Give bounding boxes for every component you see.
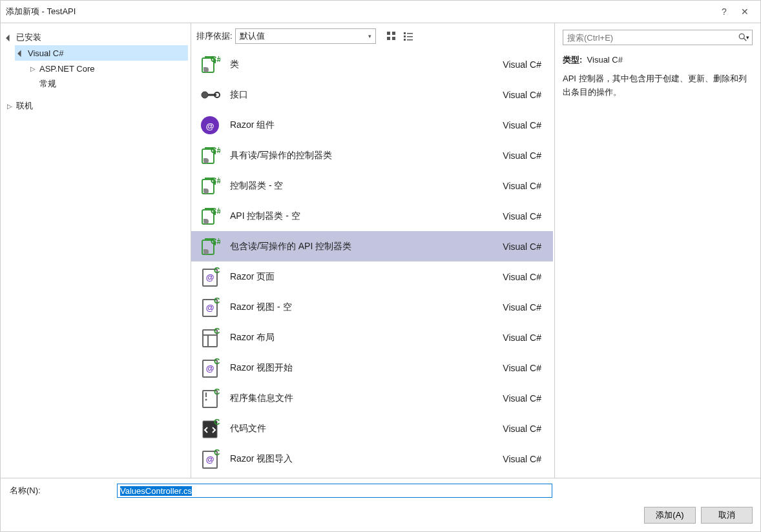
caret-icon <box>30 65 39 72</box>
template-item[interactable]: 控制器类 - 空Visual C# <box>191 170 553 201</box>
template-item[interactable]: Razor 页面Visual C# <box>191 261 553 292</box>
grid-view-button[interactable] <box>384 29 399 43</box>
template-label: Razor 视图开始 <box>230 362 503 374</box>
template-lang: Visual C# <box>503 454 547 464</box>
template-panel: 排序依据: 默认值 ▾ 类Visual C#接口Visual C#Razor 组… <box>191 23 555 478</box>
interface-icon <box>198 83 222 107</box>
template-label: 具有读/写操作的控制器类 <box>230 150 503 161</box>
razor-page-icon <box>198 265 222 289</box>
razor-page-icon <box>198 356 222 380</box>
search-box: ▾ <box>563 30 753 45</box>
tree-online[interactable]: 联机 <box>3 98 188 114</box>
search-input[interactable] <box>563 30 735 45</box>
caret-icon <box>7 103 16 110</box>
template-label: Razor 视图 - 空 <box>230 302 503 313</box>
assembly-info-icon <box>198 386 222 411</box>
help-button[interactable]: ? <box>714 6 735 17</box>
template-item[interactable]: Razor 布局Visual C# <box>191 322 553 353</box>
name-input[interactable] <box>117 484 552 498</box>
tree-installed[interactable]: 已安装 <box>3 30 188 45</box>
name-label: 名称(N): <box>7 485 110 496</box>
controller-icon <box>198 234 222 259</box>
detail-type-value: Visual C# <box>587 55 623 65</box>
template-label: Razor 页面 <box>230 271 503 283</box>
template-item[interactable]: 具有读/写操作的控制器类Visual C# <box>191 140 553 170</box>
razor-page-icon <box>198 295 222 320</box>
template-item[interactable]: Razor 视图 - 空Visual C# <box>191 292 553 322</box>
tree-label: 联机 <box>16 100 33 112</box>
template-label: Razor 布局 <box>230 332 503 343</box>
detail-type-label: 类型: <box>563 55 582 65</box>
template-item[interactable]: Razor 组件Visual C# <box>191 110 553 140</box>
template-label: API 控制器类 - 空 <box>230 210 503 222</box>
template-label: Razor 视图导入 <box>230 453 503 465</box>
template-lang: Visual C# <box>503 302 547 312</box>
template-lang: Visual C# <box>503 150 547 161</box>
tree-aspnet-core[interactable]: ASP.NET Core <box>26 61 188 76</box>
name-row: 名称(N): <box>7 484 754 498</box>
template-lang: Visual C# <box>503 393 547 404</box>
sort-value: 默认值 <box>240 30 265 42</box>
template-list[interactable]: 类Visual C#接口Visual C#Razor 组件Visual C#具有… <box>191 49 554 478</box>
template-item[interactable]: 接口Visual C# <box>191 79 553 110</box>
list-view-button[interactable] <box>401 29 416 43</box>
template-lang: Visual C# <box>503 181 547 191</box>
window-title: 添加新项 - TestAPI <box>6 6 714 17</box>
footer: 名称(N): 添加(A) 取消 <box>1 478 760 531</box>
template-lang: Visual C# <box>503 363 547 373</box>
tree-label: 常规 <box>39 78 56 90</box>
razor-page-icon <box>198 447 222 471</box>
template-item[interactable]: API 控制器类 - 空Visual C# <box>191 201 553 231</box>
template-item[interactable]: Razor 视图导入Visual C# <box>191 444 553 474</box>
template-label: 代码文件 <box>230 423 503 435</box>
code-file-icon <box>198 416 222 441</box>
sort-dropdown[interactable]: 默认值 ▾ <box>235 28 376 44</box>
add-button[interactable]: 添加(A) <box>644 507 696 524</box>
tree-label: Visual C# <box>28 48 63 58</box>
close-button[interactable]: ✕ <box>735 6 755 17</box>
template-lang: Visual C# <box>503 272 547 282</box>
chevron-down-icon: ▾ <box>368 33 371 39</box>
template-item[interactable]: 包含读/写操作的 API 控制器类Visual C# <box>191 231 553 261</box>
tree-visual-csharp[interactable]: Visual C# <box>15 45 188 61</box>
category-tree: 已安装 Visual C# ASP.NET Core 常规 联机 <box>1 23 191 478</box>
tree-label: 已安装 <box>16 32 41 43</box>
template-label: 程序集信息文件 <box>230 393 503 404</box>
template-item[interactable]: 程序集信息文件Visual C# <box>191 383 553 413</box>
template-item[interactable]: 代码文件Visual C# <box>191 413 553 444</box>
sort-label: 排序依据: <box>196 30 233 42</box>
template-label: 接口 <box>230 89 503 101</box>
sort-header: 排序依据: 默认值 ▾ <box>191 23 554 49</box>
template-lang: Visual C# <box>503 59 547 70</box>
template-lang: Visual C# <box>503 90 547 100</box>
caret-icon <box>19 50 28 57</box>
template-lang: Visual C# <box>503 424 547 434</box>
template-label: 包含读/写操作的 API 控制器类 <box>230 241 503 252</box>
template-label: 类 <box>230 59 503 70</box>
template-label: Razor 组件 <box>230 119 503 131</box>
search-button[interactable]: ▾ <box>735 30 752 45</box>
detail-description: API 控制器，其中包含用于创建、更新、删除和列出条目的操作。 <box>563 72 753 99</box>
template-lang: Visual C# <box>503 211 547 221</box>
cancel-button[interactable]: 取消 <box>701 507 753 524</box>
titlebar: 添加新项 - TestAPI ? ✕ <box>1 1 760 23</box>
template-label: 控制器类 - 空 <box>230 180 503 192</box>
detail-panel: ▾ 类型: Visual C# API 控制器，其中包含用于创建、更新、删除和列… <box>555 23 760 478</box>
template-lang: Visual C# <box>503 120 547 130</box>
template-lang: Visual C# <box>503 241 547 252</box>
tree-label: ASP.NET Core <box>39 64 95 74</box>
controller-icon <box>198 204 222 229</box>
razor-component-icon <box>198 113 222 138</box>
detail-type: 类型: Visual C# <box>563 54 753 66</box>
caret-icon <box>7 34 16 41</box>
controller-icon <box>198 174 222 198</box>
template-item[interactable]: Razor 视图开始Visual C# <box>191 353 553 383</box>
template-item[interactable]: 类Visual C# <box>191 49 553 79</box>
class-icon <box>198 52 222 77</box>
tree-general[interactable]: 常规 <box>26 76 188 92</box>
razor-layout-icon <box>198 325 222 350</box>
template-lang: Visual C# <box>503 332 547 343</box>
controller-icon <box>198 143 222 168</box>
